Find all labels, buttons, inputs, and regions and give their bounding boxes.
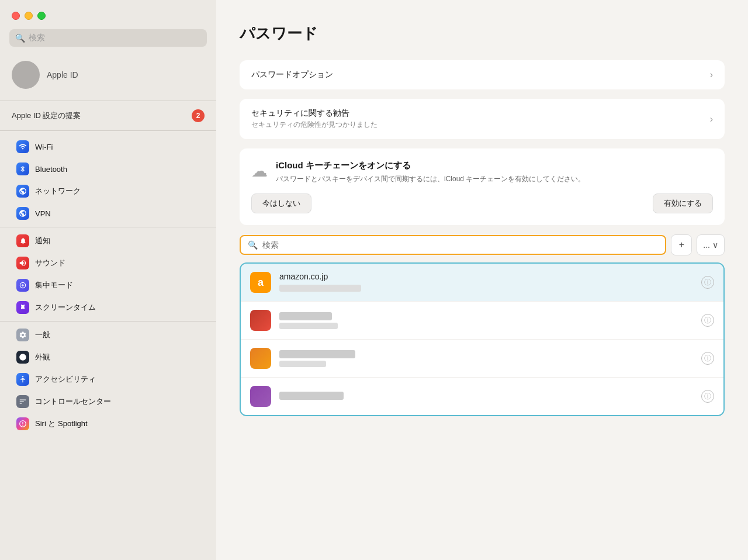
password-search-section: 🔍 + ... ∨ a amazon.co.jp ⓘ (240, 234, 725, 416)
traffic-lights (0, 0, 216, 29)
amazon-icon: a (250, 272, 271, 293)
security-label: セキュリティに関する勧告 (251, 108, 710, 119)
sidebar-item-control[interactable]: コントロールセンター (5, 391, 212, 412)
notification-icon (16, 234, 29, 247)
suggestion-badge: 2 (192, 109, 205, 122)
item3-site-name (279, 350, 693, 358)
minimize-button[interactable] (25, 12, 33, 20)
close-button[interactable] (12, 12, 20, 20)
apple-id-section[interactable]: Apple ID (0, 56, 216, 98)
more-options-button[interactable]: ... ∨ (697, 234, 725, 255)
page-title: パスワード (240, 23, 725, 44)
control-icon (16, 395, 29, 408)
password-item-2[interactable]: ⓘ (241, 302, 723, 340)
sidebar-item-siri[interactable]: Siri と Spotlight (5, 413, 212, 434)
sidebar-item-sound[interactable]: サウンド (5, 253, 212, 274)
divider3 (0, 227, 216, 227)
sidebar-item-label-siri: Siri と Spotlight (35, 419, 88, 429)
item2-info-button[interactable]: ⓘ (701, 314, 714, 327)
password-item-3[interactable]: ⓘ (241, 340, 723, 378)
password-list: a amazon.co.jp ⓘ ⓘ (240, 262, 725, 416)
sidebar-item-appearance[interactable]: 外観 (5, 347, 212, 368)
sidebar-item-network[interactable]: ネットワーク (5, 181, 212, 202)
icloud-buttons: 今はしない 有効にする (251, 193, 713, 213)
amazon-info: amazon.co.jp (279, 272, 693, 293)
general-icon (16, 329, 29, 341)
bluetooth-icon (16, 163, 29, 175)
accessibility-icon (16, 373, 29, 386)
icloud-card: ☁ iCloud キーチェーンをオンにする パスワードとパスキーをデバイス間で同… (240, 148, 725, 225)
sidebar-item-label-appearance: 外観 (35, 352, 50, 362)
maximize-button[interactable] (37, 12, 46, 20)
sidebar-item-label-control: コントロールセンター (35, 396, 111, 407)
icloud-title: iCloud キーチェーンをオンにする (276, 160, 585, 171)
security-card: セキュリティに関する勧告 セキュリティの危険性が見つかりました › (240, 99, 725, 139)
sidebar-item-vpn[interactable]: VPN (5, 203, 212, 224)
sidebar-item-label-notification: 通知 (35, 236, 50, 246)
icloud-description: パスワードとパスキーをデバイス間で同期するには、iCloud キーチェーンを有効… (276, 174, 585, 184)
divider (0, 101, 216, 101)
network-icon (16, 185, 29, 198)
sidebar-item-bluetooth[interactable]: Bluetooth (5, 158, 212, 179)
sidebar-search-bar[interactable]: 🔍 検索 (9, 29, 207, 47)
sidebar-item-wifi[interactable]: Wi-Fi (5, 136, 212, 157)
amazon-site-name: amazon.co.jp (279, 272, 693, 281)
apple-id-suggestion-row[interactable]: Apple ID 設定の提案 2 (0, 103, 216, 128)
password-item-4[interactable]: ⓘ (241, 378, 723, 415)
password-search-wrap[interactable]: 🔍 (240, 235, 666, 255)
sidebar-item-label-focus: 集中モード (35, 280, 73, 291)
item3-icon (250, 348, 271, 369)
more-chevron-icon: ∨ (712, 240, 718, 250)
search-bar-row: 🔍 + ... ∨ (240, 234, 725, 255)
icloud-header: ☁ iCloud キーチェーンをオンにする パスワードとパスキーをデバイス間で同… (251, 160, 713, 184)
sound-icon (16, 257, 29, 269)
security-chevron-icon: › (710, 114, 713, 125)
divider2 (0, 130, 216, 131)
sidebar-item-general[interactable]: 一般 (5, 324, 212, 345)
sidebar-item-focus[interactable]: 集中モード (5, 275, 212, 296)
siri-icon (16, 417, 29, 430)
icloud-enable-button[interactable]: 有効にする (653, 193, 713, 213)
sidebar-item-label-vpn: VPN (35, 209, 51, 218)
password-item-amazon[interactable]: a amazon.co.jp ⓘ (241, 264, 723, 302)
password-options-row[interactable]: パスワードオプション › (240, 60, 725, 89)
svg-point-1 (22, 376, 23, 377)
more-dots-label: ... (703, 240, 710, 250)
item4-info (279, 392, 693, 401)
sidebar-search-placeholder: 検索 (29, 33, 45, 43)
item4-info-button[interactable]: ⓘ (701, 390, 714, 403)
item2-info (279, 312, 693, 329)
item2-icon (250, 310, 271, 331)
add-password-button[interactable]: + (671, 234, 692, 255)
item3-info (279, 350, 693, 367)
password-search-input[interactable] (262, 240, 658, 250)
sidebar-item-label-sound: サウンド (35, 258, 65, 268)
apple-id-label: Apple ID (47, 70, 78, 79)
amazon-username-blurred (279, 285, 361, 292)
sidebar-item-label-general: 一般 (35, 330, 50, 340)
svg-point-0 (19, 354, 26, 361)
sidebar-item-notification[interactable]: 通知 (5, 230, 212, 251)
search-icon: 🔍 (15, 33, 25, 43)
password-options-card: パスワードオプション › (240, 60, 725, 89)
password-options-label: パスワードオプション (251, 70, 710, 80)
sidebar-item-label-accessibility: アクセシビリティ (35, 374, 96, 385)
sidebar-item-label-screentime: スクリーンタイム (35, 302, 96, 313)
wifi-icon (16, 140, 29, 153)
sidebar-item-label-bluetooth: Bluetooth (35, 165, 67, 174)
focus-icon (16, 279, 29, 292)
security-sublabel: セキュリティの危険性が見つかりました (251, 120, 710, 130)
item4-icon (250, 386, 271, 407)
sidebar-items-list: Wi-Fi Bluetooth ネットワーク VPN 通知 (0, 133, 216, 560)
security-row[interactable]: セキュリティに関する勧告 セキュリティの危険性が見つかりました › (240, 99, 725, 139)
icloud-cancel-button[interactable]: 今はしない (251, 193, 311, 213)
sidebar-item-accessibility[interactable]: アクセシビリティ (5, 369, 212, 390)
item3-info-button[interactable]: ⓘ (701, 352, 714, 365)
sidebar-item-screentime[interactable]: スクリーンタイム (5, 297, 212, 318)
appearance-icon (16, 351, 29, 364)
chevron-icon: › (710, 70, 713, 80)
main-content: パスワード パスワードオプション › セキュリティに関する勧告 セキュリティの危… (216, 0, 748, 560)
cloud-icon: ☁ (251, 161, 268, 181)
divider4 (0, 321, 216, 322)
amazon-info-button[interactable]: ⓘ (701, 276, 714, 289)
